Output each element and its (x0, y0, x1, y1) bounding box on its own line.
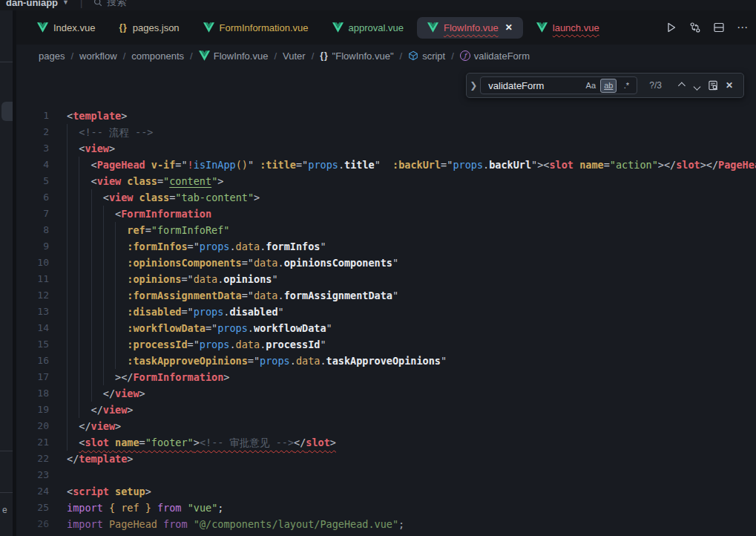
tab-approval.vue[interactable]: approval.vue (322, 17, 414, 39)
line-number[interactable]: 1 (16, 108, 49, 124)
indent-guide (67, 320, 68, 336)
code-line: 16 :taskApproveOpinions="props.data.task… (16, 353, 756, 369)
line-number[interactable]: 16 (16, 353, 49, 369)
line-number[interactable]: 14 (16, 320, 49, 336)
breadcrumb-label: workflow (79, 50, 117, 62)
token: " (375, 159, 381, 171)
token: PageHead (97, 159, 145, 171)
line-number[interactable]: 21 (16, 434, 49, 451)
indent-guide (79, 255, 79, 271)
token: FormInformation (133, 371, 223, 383)
token: props (194, 306, 224, 318)
indent-guide (115, 353, 116, 369)
compare-button[interactable] (689, 22, 701, 33)
line-content: :taskApproveOpinions="props.data.taskApp… (49, 353, 756, 369)
line-number[interactable]: 6 (16, 189, 49, 206)
token: data (236, 241, 260, 252)
braces-icon: {} (320, 50, 328, 61)
line-number[interactable]: 20 (16, 418, 49, 434)
line-number[interactable]: 26 (16, 516, 49, 532)
line-number[interactable]: 2 (16, 124, 49, 140)
line-number[interactable]: 23 (16, 467, 49, 483)
token: content (169, 175, 211, 187)
token (103, 518, 109, 530)
line-number[interactable]: 19 (16, 402, 49, 418)
line-number[interactable]: 22 (16, 451, 49, 467)
token: "tab-content" (175, 192, 254, 203)
code-content: 1<template>2 <!-- 流程 -->3 <view>4 <PageH… (16, 108, 756, 532)
tab-FlowInfo.vue[interactable]: FlowInfo.vue✕ (417, 17, 523, 39)
line-content (49, 467, 756, 483)
token: =" (188, 241, 200, 252)
line-number[interactable]: 17 (16, 369, 49, 385)
tab-Index.vue[interactable]: Index.vue (27, 17, 105, 39)
token: = (604, 159, 610, 171)
tab-launch.vue[interactable]: launch.vue (526, 17, 610, 39)
line-number[interactable]: 7 (16, 206, 49, 222)
line-number[interactable]: 15 (16, 336, 49, 353)
find-input[interactable] (487, 79, 581, 92)
token: " (163, 175, 169, 187)
breadcrumb-item-validateform[interactable]: ƒvalidateForm (460, 50, 530, 62)
token: props (200, 241, 230, 252)
token: < (91, 159, 97, 171)
token: props (260, 355, 290, 367)
code-editor[interactable]: ❯ Aa ab .* ?/3 (16, 67, 756, 536)
token: > (194, 437, 200, 448)
line-number[interactable]: 11 (16, 271, 49, 287)
line-content: <!-- 流程 --> (49, 124, 756, 140)
breadcrumb-separator: / (123, 50, 126, 62)
breadcrumb-item-script[interactable]: script (408, 50, 445, 62)
tab-label: launch.vue (553, 22, 599, 33)
next-match-button[interactable] (688, 77, 705, 94)
line-number[interactable]: 24 (16, 483, 49, 500)
line-content: ></FormInformation> (49, 369, 756, 385)
line-content: :opinionsComponents="data.opinionsCompon… (49, 255, 756, 271)
breadcrumb-item-components[interactable]: components (131, 50, 184, 62)
whole-word-button[interactable]: ab (600, 79, 617, 93)
project-selector[interactable]: dan-uniapp ▼ (6, 0, 69, 8)
code-line: 15 :processId="props.data.processId" (16, 336, 756, 353)
run-button[interactable] (665, 22, 677, 33)
breadcrumb-label: FlowInfo.vue (214, 50, 269, 62)
token: =" (181, 273, 193, 285)
close-find-button[interactable]: ✕ (721, 77, 737, 94)
line-number[interactable]: 3 (16, 140, 49, 157)
global-search-box[interactable]: 搜索 (93, 0, 126, 9)
tab-FormInformation.vue[interactable]: FormInformation.vue (193, 17, 319, 39)
tab-pages.json[interactable]: {}pages.json (108, 17, 189, 39)
token (133, 192, 139, 203)
regex-button[interactable]: .* (618, 79, 634, 93)
token: " (278, 306, 284, 318)
close-icon[interactable]: ✕ (505, 22, 513, 33)
breadcrumb-item-flowinfo-vue[interactable]: FlowInfo.vue (199, 50, 269, 62)
line-number[interactable]: 13 (16, 304, 49, 320)
previous-match-button[interactable] (672, 77, 688, 94)
token: class (127, 175, 157, 187)
breadcrumb-item-pages[interactable]: pages (39, 50, 65, 62)
play-icon (665, 22, 677, 33)
line-number[interactable]: 10 (16, 255, 49, 271)
token: . (278, 290, 284, 301)
line-number[interactable]: 4 (16, 157, 49, 173)
line-number[interactable]: 18 (16, 385, 49, 402)
match-case-button[interactable]: Aa (582, 79, 599, 93)
line-number[interactable]: 9 (16, 238, 49, 255)
breadcrumb-item--flowinfo-vue-[interactable]: {}"FlowInfo.vue" (320, 50, 393, 62)
token: </ (79, 420, 91, 432)
split-editor-button[interactable] (713, 22, 725, 33)
code-line: 13 :disabled="props.disabled" (16, 304, 756, 320)
line-number[interactable]: 25 (16, 500, 49, 516)
line-number[interactable]: 12 (16, 287, 49, 304)
toggle-replace-button[interactable]: ❯ (467, 73, 480, 97)
sidebar-selected-item[interactable] (1, 102, 13, 121)
breadcrumb-item-workflow[interactable]: workflow (79, 50, 117, 62)
line-number[interactable]: 8 (16, 222, 49, 238)
tab-bar: Index.vue{}pages.jsonFormInformation.vue… (16, 10, 756, 45)
line-number[interactable]: 5 (16, 173, 49, 189)
token (109, 437, 115, 448)
breadcrumb-item-vuter[interactable]: Vuter (283, 50, 306, 62)
find-in-selection-button[interactable] (705, 77, 721, 94)
token: > (127, 404, 133, 416)
more-actions-button[interactable]: ⋯ (737, 21, 749, 34)
